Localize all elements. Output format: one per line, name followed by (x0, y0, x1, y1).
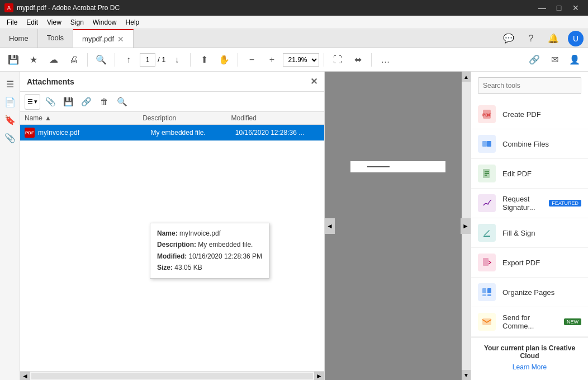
upload-button[interactable]: ☁ (45, 51, 63, 69)
toolbar-separator-2 (115, 53, 115, 67)
menu-window[interactable]: Window (88, 17, 121, 28)
select-tool-button[interactable]: ⬆ (195, 51, 213, 69)
tab-document[interactable]: mypdf.pdf ✕ (73, 29, 134, 48)
toolbar-separator-3 (190, 53, 191, 67)
sidebar-icon-layers[interactable]: 📄 (2, 94, 18, 110)
svg-rect-2 (482, 141, 487, 147)
search-button[interactable]: 🔍 (92, 51, 110, 69)
menu-file[interactable]: File (2, 17, 22, 28)
tool-export-pdf[interactable]: Export PDF (471, 248, 588, 278)
page-separator: / 1 (158, 55, 165, 64)
user-avatar[interactable]: U (568, 31, 584, 46)
panel-search-btn[interactable]: 🔍 (114, 94, 130, 110)
tool-export-pdf-label: Export PDF (502, 259, 540, 267)
tooltip-description: Description: My embedded file. (157, 239, 262, 250)
prev-page-button[interactable]: ↑ (120, 51, 137, 69)
learn-more-link[interactable]: Learn More (513, 363, 547, 371)
scroll-down-btn[interactable]: ▼ (462, 370, 471, 380)
tab-actions: 💬 ? 🔔 U (501, 29, 588, 48)
menu-edit[interactable]: Edit (22, 17, 42, 28)
panel-edit-btn[interactable]: 🔗 (78, 94, 94, 110)
table-row[interactable]: PDF myInvoice.pdf My embedded file. 10/1… (20, 125, 324, 141)
sidebar-icon-attachment[interactable]: 📎 (2, 130, 18, 146)
panel-close-button[interactable]: ✕ (310, 76, 317, 87)
fit-page-button[interactable]: ⛶ (329, 51, 347, 69)
next-page-button[interactable]: ↓ (168, 51, 186, 69)
sidebar-icon-panel[interactable]: ☰ (2, 76, 18, 92)
panel-delete-btn[interactable]: 🗑 (96, 94, 112, 110)
right-panel-footer: Your current plan is Creative Cloud Lear… (471, 337, 588, 378)
menu-view[interactable]: View (42, 17, 66, 28)
tool-fill-sign-label: Fill & Sign (502, 229, 535, 237)
scroll-up-btn[interactable]: ▲ (462, 72, 471, 82)
tab-bar: Home Tools mypdf.pdf ✕ 💬 ? 🔔 U (0, 29, 588, 48)
col-header-modified[interactable]: Modified (231, 114, 320, 122)
svg-rect-11 (487, 288, 491, 293)
tool-create-pdf[interactable]: PDF Create PDF (471, 100, 588, 129)
sidebar-icon-bookmarks[interactable]: 🔖 (2, 112, 18, 128)
panel-add-dropdown[interactable]: ☰ ▾ (25, 94, 40, 110)
app-icon: A (4, 3, 13, 12)
page-input[interactable] (140, 53, 155, 67)
email-button[interactable]: ✉ (546, 51, 563, 69)
svg-rect-3 (487, 141, 491, 147)
minimize-button[interactable]: — (534, 0, 550, 16)
title-bar: A mypdf.pdf - Adobe Acrobat Pro DC — □ ✕ (0, 0, 588, 16)
scroll-left-btn[interactable]: ◄ (20, 372, 30, 381)
svg-text:PDF: PDF (482, 112, 491, 118)
viewer-scroll-right[interactable]: ► (461, 218, 471, 234)
tooltip-modified: Modified: 10/16/2020 12:28:36 PM (157, 251, 262, 262)
export-pdf-icon (478, 254, 496, 271)
tool-fill-sign[interactable]: Fill & Sign (471, 218, 588, 248)
zoom-select[interactable]: 21.9% 50% 100% (283, 53, 319, 67)
tool-edit-pdf[interactable]: Edit PDF (471, 159, 588, 189)
tool-send-for-comment[interactable]: Send for Comme... NEW (471, 307, 588, 337)
tab-tools-label: Tools (47, 34, 64, 42)
left-sidebar: ☰ 📄 🔖 📎 (0, 72, 20, 380)
more-tools-button[interactable]: … (376, 51, 394, 69)
comment-icon[interactable]: 💬 (501, 31, 516, 46)
fit-width-button[interactable]: ⬌ (349, 51, 367, 69)
panel-add-file-btn[interactable]: 📎 (42, 94, 58, 110)
zoom-out-button[interactable]: − (243, 51, 260, 69)
pdf-viewer: ▲ ▼ ◄ ► (325, 72, 471, 380)
menu-sign[interactable]: Sign (66, 17, 88, 28)
toolbar-separator-1 (87, 53, 88, 67)
window-controls: — □ ✕ (534, 0, 584, 16)
svg-rect-13 (487, 294, 491, 296)
save-button[interactable]: 💾 (4, 51, 22, 69)
search-tools-input[interactable] (478, 77, 581, 94)
create-pdf-icon: PDF (478, 105, 496, 123)
tab-document-label: mypdf.pdf (82, 35, 114, 43)
zoom-in-button[interactable]: + (263, 51, 281, 69)
scroll-right-btn[interactable]: ► (314, 372, 324, 381)
print-button[interactable]: 🖨 (65, 51, 83, 69)
file-icon: PDF (25, 128, 35, 138)
tab-tools[interactable]: Tools (38, 29, 73, 48)
tool-organize-pages[interactable]: Organize Pages (471, 278, 588, 307)
bookmark-button[interactable]: ★ (25, 51, 42, 69)
link-button[interactable]: 🔗 (525, 51, 543, 69)
viewer-scroll-left[interactable]: ◄ (325, 218, 335, 234)
panel-title: Attachments (27, 77, 74, 86)
tab-close-button[interactable]: ✕ (117, 35, 124, 43)
add-user-button[interactable]: 👤 (566, 51, 584, 69)
tool-combine-files[interactable]: Combine Files (471, 129, 588, 159)
col-header-description[interactable]: Description (143, 114, 231, 122)
featured-badge: FEATURED (549, 200, 581, 207)
maximize-button[interactable]: □ (551, 0, 567, 16)
tab-home[interactable]: Home (0, 29, 38, 48)
menu-help[interactable]: Help (121, 17, 144, 28)
notification-icon[interactable]: 🔔 (546, 31, 561, 46)
organize-pages-icon (478, 283, 496, 301)
panel-save-btn[interactable]: 💾 (60, 94, 76, 110)
col-header-name[interactable]: Name ▲ (25, 114, 143, 122)
close-button[interactable]: ✕ (568, 0, 584, 16)
horizontal-scrollbar[interactable]: ◄ ► (20, 371, 324, 380)
tool-request-signature[interactable]: Request Signatur... FEATURED (471, 189, 588, 218)
tool-create-pdf-label: Create PDF (502, 110, 541, 119)
pdf-lower-section (350, 175, 445, 236)
scroll-track[interactable] (31, 373, 313, 379)
hand-tool-button[interactable]: ✋ (215, 51, 233, 69)
help-icon[interactable]: ? (523, 31, 539, 46)
